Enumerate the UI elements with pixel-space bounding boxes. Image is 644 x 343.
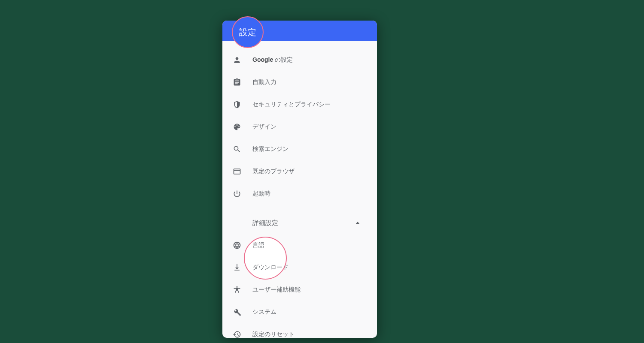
clipboard-icon (233, 78, 241, 87)
menu-item-label: ユーザー補助機能 (252, 286, 301, 294)
browser-icon (233, 167, 241, 176)
shield-icon (233, 100, 241, 109)
callout-title-text: 設定 (239, 27, 256, 38)
menu-item-security-privacy[interactable]: セキュリティとプライバシー (222, 93, 377, 116)
settings-menu: Google の設定 自動入力 セキュリティとプライバシー デザイン 検索エンジ (222, 41, 377, 338)
chevron-up-icon (355, 222, 360, 224)
menu-item-search-engine[interactable]: 検索エンジン (222, 138, 377, 160)
menu-item-label: Google の設定 (252, 56, 293, 64)
menu-item-downloads[interactable]: ダウンロード (222, 256, 377, 279)
menu-item-label: 既定のブラウザ (252, 168, 295, 175)
download-icon (233, 263, 241, 272)
menu-item-label: デザイン (252, 123, 276, 131)
menu-item-label: 起動時 (252, 190, 270, 198)
menu-item-autofill[interactable]: 自動入力 (222, 71, 377, 93)
menu-item-google-settings[interactable]: Google の設定 (222, 49, 377, 71)
menu-item-label: 自動入力 (252, 78, 276, 86)
advanced-section-label: 詳細設定 (252, 219, 278, 227)
search-icon (233, 145, 241, 153)
menu-item-label: 検索エンジン (252, 145, 289, 153)
menu-item-label: セキュリティとプライバシー (252, 101, 331, 108)
advanced-section-toggle[interactable]: 詳細設定 (222, 212, 377, 234)
person-icon (233, 56, 241, 64)
menu-item-on-startup[interactable]: 起動時 (222, 183, 377, 205)
menu-item-label: ダウンロード (252, 264, 289, 271)
restore-icon (233, 330, 241, 338)
globe-icon (233, 241, 241, 250)
settings-panel: 設定 Google の設定 自動入力 セキュリティとプライバシー デザイン (222, 21, 377, 338)
menu-item-reset-settings[interactable]: 設定のリセット (222, 323, 377, 338)
accessibility-icon (233, 286, 241, 294)
palette-icon (233, 123, 241, 131)
menu-item-label: 言語 (252, 241, 264, 249)
menu-item-system[interactable]: システム (222, 301, 377, 323)
menu-item-label: システム (252, 308, 276, 316)
menu-item-default-browser[interactable]: 既定のブラウザ (222, 160, 377, 183)
power-icon (233, 190, 241, 198)
wrench-icon (233, 308, 241, 316)
menu-item-accessibility[interactable]: ユーザー補助機能 (222, 279, 377, 301)
menu-item-language[interactable]: 言語 (222, 234, 377, 256)
callout-title-ring: 設定 (232, 16, 264, 48)
menu-item-appearance[interactable]: デザイン (222, 116, 377, 138)
menu-item-label: 設定のリセット (252, 331, 295, 338)
